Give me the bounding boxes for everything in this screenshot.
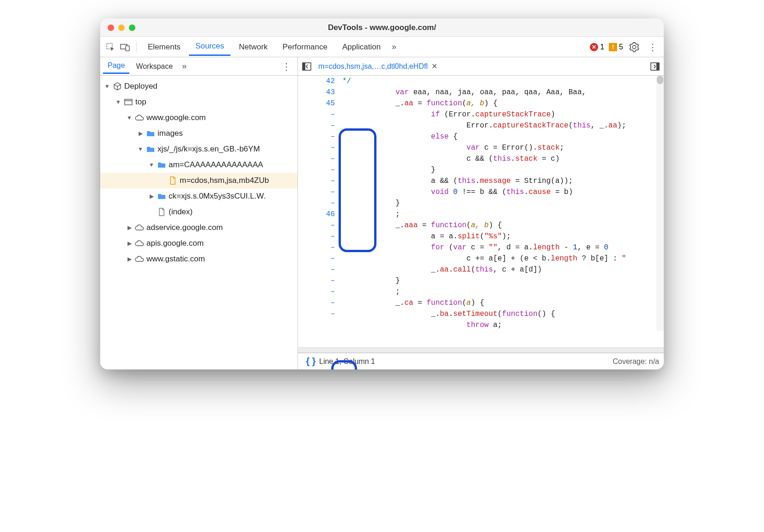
cloud-icon (134, 115, 145, 121)
error-count: 1 (600, 43, 604, 51)
more-options-icon[interactable]: ⋮ (645, 42, 660, 53)
settings-icon[interactable] (628, 41, 641, 54)
warning-count: 5 (619, 43, 623, 51)
tree-label: m=cdos,hsm,jsa,mb4ZUb (180, 176, 269, 185)
file-tree: ▼ Deployed ▼ top ▼ www.google.com ▶ (100, 76, 297, 369)
open-file-tab[interactable]: m=cdos,hsm,jsa,…c,dtl0hd,eHDfl ✕ (315, 62, 440, 71)
tab-sources[interactable]: Sources (189, 38, 230, 56)
folder-icon (146, 130, 156, 137)
titlebar: DevTools - www.google.com/ (100, 18, 664, 37)
tree-label: images (158, 129, 183, 138)
nav-more-tabs-icon[interactable]: » (179, 61, 189, 71)
expand-icon: ▶ (126, 224, 133, 231)
navigator-tabs: Page Workspace » ⋮ (100, 57, 297, 76)
svg-rect-3 (125, 99, 132, 105)
tree-node-deployed[interactable]: ▼ Deployed (100, 79, 297, 94)
navigator-panel: Page Workspace » ⋮ ▼ Deployed ▼ top ▼ (100, 57, 298, 369)
devtools-window: DevTools - www.google.com/ Elements Sour… (100, 18, 664, 369)
editor-panel: m=cdos,hsm,jsa,…c,dtl0hd,eHDfl ✕ 424345–… (298, 57, 664, 369)
deploy-icon (112, 82, 122, 91)
tree-label: (index) (169, 207, 193, 217)
svg-rect-8 (656, 63, 659, 70)
tree-label: xjs/_/js/k=xjs.s.en_GB.-b6YM (158, 145, 260, 154)
tree-node-am[interactable]: ▼ am=CAAAAAAAAAAAAAA (100, 157, 297, 173)
content-area: Page Workspace » ⋮ ▼ Deployed ▼ top ▼ (100, 57, 664, 369)
window-title: DevTools - www.google.com/ (100, 23, 664, 32)
folder-icon (157, 162, 167, 168)
close-tab-icon[interactable]: ✕ (431, 62, 437, 71)
file-icon (157, 208, 167, 216)
file-icon (168, 176, 178, 185)
resize-handle[interactable] (298, 347, 664, 353)
tree-label: top (135, 97, 146, 107)
inspect-element-icon[interactable] (104, 41, 117, 54)
maximize-window-button[interactable] (129, 24, 135, 31)
expand-icon: ▼ (137, 146, 144, 152)
close-window-button[interactable] (108, 24, 114, 31)
minimize-window-button[interactable] (118, 24, 125, 31)
svg-rect-2 (126, 46, 129, 51)
nav-tab-page[interactable]: Page (103, 59, 129, 74)
errors-badge[interactable]: ✕ 1 (590, 43, 604, 51)
expand-icon: ▶ (126, 240, 133, 247)
tree-node-top[interactable]: ▼ top (100, 94, 297, 110)
warning-icon: ! (609, 43, 617, 51)
nav-tab-workspace[interactable]: Workspace (131, 60, 177, 73)
tab-application[interactable]: Application (336, 39, 387, 55)
toolbar-separator (136, 42, 137, 53)
error-icon: ✕ (590, 43, 598, 51)
frame-icon (123, 99, 133, 105)
cloud-icon (134, 240, 145, 247)
tab-elements[interactable]: Elements (141, 39, 187, 55)
expand-icon: ▼ (148, 162, 155, 168)
tree-label: adservice.google.com (146, 223, 223, 232)
more-tabs-icon[interactable]: » (389, 42, 399, 52)
tree-node-apis[interactable]: ▶ apis.google.com (100, 236, 297, 251)
tab-network[interactable]: Network (232, 39, 274, 55)
device-toolbar-icon[interactable] (119, 41, 132, 54)
file-tab-label: m=cdos,hsm,jsa,…c,dtl0hd,eHDfl (318, 62, 428, 71)
cursor-position: Line 1, Column 1 (319, 357, 375, 366)
folder-icon (157, 193, 167, 200)
expand-icon: ▶ (126, 256, 133, 262)
file-tabstrip: m=cdos,hsm,jsa,…c,dtl0hd,eHDfl ✕ (298, 57, 664, 76)
show-navigator-icon[interactable] (301, 60, 313, 73)
tree-node-selected-file[interactable]: m=cdos,hsm,jsa,mb4ZUb (100, 173, 297, 188)
expand-icon: ▼ (115, 99, 121, 105)
tree-label: www.gstatic.com (146, 254, 205, 264)
tree-node-gstatic[interactable]: ▶ www.gstatic.com (100, 251, 297, 267)
coverage-status: Coverage: n/a (612, 357, 659, 366)
tree-label: apis.google.com (146, 239, 204, 248)
expand-icon: ▼ (104, 83, 110, 90)
editor-status-bar: { } Line 1, Column 1 Coverage: n/a (298, 353, 664, 369)
tree-label: www.google.com (146, 113, 206, 122)
svg-rect-6 (303, 63, 305, 70)
cloud-icon (134, 256, 145, 262)
tree-node-xjs[interactable]: ▼ xjs/_/js/k=xjs.s.en_GB.-b6YM (100, 141, 297, 157)
folder-icon (146, 146, 156, 152)
main-toolbar: Elements Sources Network Performance App… (100, 37, 664, 57)
scrollbar-track[interactable] (656, 76, 664, 331)
pretty-print-button[interactable]: { } (303, 356, 319, 367)
code-content[interactable]: */ var eaa, naa, jaa, oaa, paa, qaa, Aaa… (340, 76, 664, 347)
tree-node-adservice[interactable]: ▶ adservice.google.com (100, 220, 297, 236)
line-gutter[interactable]: 424345–––––––––46––––––––– (298, 76, 340, 347)
tree-node-index[interactable]: (index) (100, 204, 297, 220)
tree-node-images[interactable]: ▶ images (100, 126, 297, 141)
scrollbar-thumb[interactable] (657, 76, 663, 84)
expand-icon: ▶ (148, 193, 155, 200)
tree-label: am=CAAAAAAAAAAAAAA (169, 160, 263, 169)
tab-performance[interactable]: Performance (276, 39, 334, 55)
warnings-badge[interactable]: ! 5 (609, 43, 623, 51)
show-debugger-icon[interactable] (649, 60, 661, 73)
tree-label: ck=xjs.s.0Mx5ys3sCUI.L.W. (169, 192, 266, 201)
tree-label: Deployed (124, 82, 158, 91)
nav-options-icon[interactable]: ⋮ (278, 61, 295, 72)
window-controls (100, 24, 135, 31)
tree-node-ck[interactable]: ▶ ck=xjs.s.0Mx5ys3sCUI.L.W. (100, 188, 297, 204)
code-editor[interactable]: 424345–––––––––46––––––––– */ var eaa, n… (298, 76, 664, 347)
tree-node-google[interactable]: ▼ www.google.com (100, 110, 297, 126)
cloud-icon (134, 224, 145, 231)
expand-icon: ▼ (126, 115, 133, 121)
expand-icon: ▶ (137, 130, 144, 137)
